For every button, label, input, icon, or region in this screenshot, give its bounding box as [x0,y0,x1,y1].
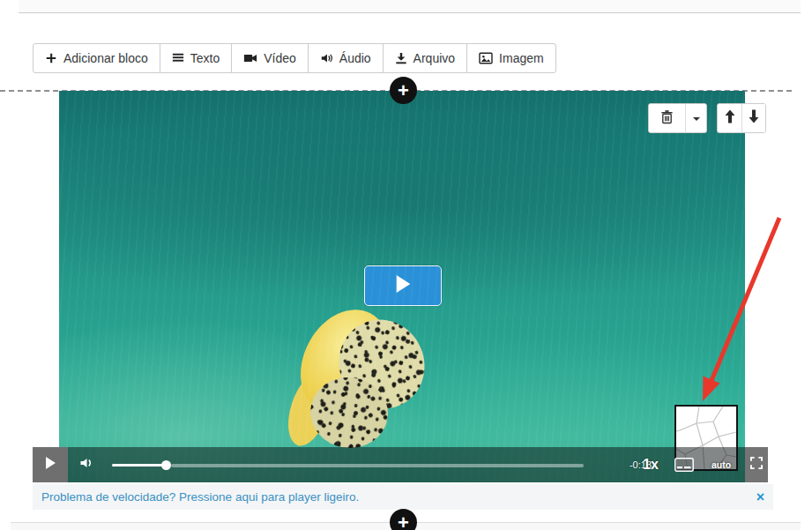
page: Adicionar bloco Texto Vídeo Áudio Arquiv… [0,0,812,530]
toolbar-button-label: Texto [190,51,220,65]
add-video-button[interactable]: Vídeo [231,43,309,73]
add-block-button-bottom[interactable]: + [390,509,417,530]
notification-close-button[interactable]: × [756,484,764,510]
add-block-button-top[interactable]: + [390,77,417,104]
download-icon [395,52,407,64]
toolbar-button-label: Arquivo [413,51,455,65]
add-audio-button[interactable]: Áudio [308,43,384,73]
caret-down-icon [692,110,701,126]
play-button[interactable] [33,447,68,482]
toolbar-button-label: Imagem [499,51,544,65]
arrow-down-icon [748,109,760,127]
speed-notification-banner: Problema de velocidade? Pressione aqui p… [33,484,773,510]
captions-button[interactable] [674,458,694,475]
delete-button-group [648,103,707,133]
play-icon [46,457,56,473]
delete-dropdown-toggle[interactable] [685,104,706,132]
arrow-up-icon [724,109,736,127]
add-file-button[interactable]: Arquivo [383,43,467,73]
toolbar-button-label: Áudio [339,51,371,65]
add-image-button[interactable]: Imagem [466,43,556,73]
plus-icon [45,52,57,64]
move-block-up-button[interactable] [718,104,741,132]
volume-button[interactable] [75,447,98,482]
player-control-bar: -0:13 1x auto [33,447,768,482]
play-icon [396,275,411,296]
toolbar-button-label: Adicionar bloco [63,51,148,65]
quality-selector[interactable]: auto [699,447,743,482]
toolbar-button-label: Vídeo [264,51,296,65]
block-toolbar: Adicionar bloco Texto Vídeo Áudio Arquiv… [33,43,556,73]
volume-slider-handle[interactable] [161,460,171,470]
playback-speed-button[interactable]: 1x [636,447,666,482]
previous-block-edge [19,0,801,13]
delete-block-button[interactable] [649,104,685,132]
subtitles-icon [674,459,694,474]
move-block-down-button[interactable] [741,104,765,132]
image-icon [479,52,493,64]
add-text-button[interactable]: Texto [160,43,232,73]
fullscreen-icon [750,457,763,473]
video-camera-icon [243,52,257,64]
notification-link[interactable]: Problema de velocidade? Pressione aqui p… [41,484,359,510]
video-frame [59,91,745,482]
trash-icon [660,109,674,128]
volume-icon [79,456,94,474]
text-lines-icon [172,52,184,64]
big-play-button[interactable] [364,265,442,306]
add-block-menu-button[interactable]: Adicionar bloco [33,43,160,73]
fullscreen-button[interactable] [745,447,768,482]
move-button-group [717,103,766,133]
progress-bar[interactable] [171,464,584,467]
speaker-icon [320,52,333,64]
volume-slider[interactable] [112,464,167,467]
